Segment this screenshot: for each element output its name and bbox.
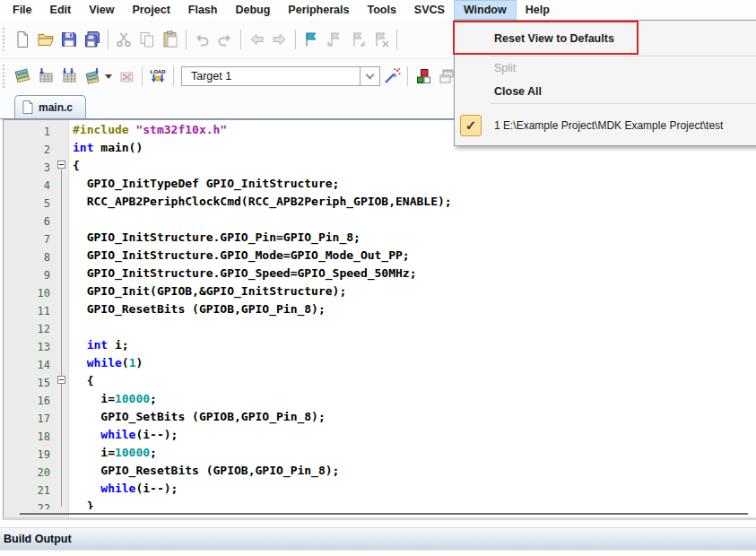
batch-build-button[interactable] — [81, 65, 104, 88]
code-text: } — [69, 500, 93, 509]
line-number: 8 — [4, 248, 50, 266]
load-button[interactable]: LOAD — [146, 65, 169, 88]
bookmark-next-button — [346, 28, 369, 51]
menu-flash[interactable]: Flash — [179, 0, 227, 20]
save-all-button[interactable] — [81, 28, 104, 51]
rebuild-button[interactable] — [57, 65, 81, 88]
line-number: 16 — [4, 392, 50, 410]
document-icon — [22, 100, 33, 114]
toolbar-separator — [142, 66, 143, 86]
bookmark-button[interactable] — [300, 28, 323, 51]
code-editor[interactable]: 1#include "stm32f10x.h"2int main()3{4 GP… — [3, 119, 756, 520]
redo-button — [213, 28, 237, 51]
code-text: GPIO_ResetBits (GPIOB,GPIO_Pin_8); — [69, 464, 339, 482]
bookmark-icon — [302, 30, 320, 48]
menu-edit[interactable]: Edit — [41, 0, 81, 20]
build-output-body — [0, 550, 756, 556]
cut-button — [112, 28, 135, 51]
tab-main-c[interactable]: main.c — [14, 95, 86, 118]
menu-window[interactable]: Window — [454, 0, 517, 20]
fold-marker-icon[interactable] — [57, 376, 65, 384]
code-line: 9 GPIO_InitStructure.GPIO_Speed=GPIO_Spe… — [4, 266, 756, 284]
code-line: 20 GPIO_ResetBits (GPIOB,GPIO_Pin_8); — [4, 464, 756, 482]
toolbar-grip[interactable] — [3, 28, 9, 51]
build-output-header[interactable]: Build Output — [0, 527, 756, 550]
line-number: 11 — [4, 302, 50, 320]
nav-forward-icon — [271, 30, 289, 48]
nav-forward-button — [268, 28, 291, 51]
code-line: 15 { — [4, 374, 756, 392]
line-number: 5 — [4, 195, 50, 213]
cut-icon — [115, 30, 133, 48]
code-text — [69, 320, 73, 338]
menu-peripherals[interactable]: Peripherals — [279, 0, 358, 20]
code-text: GPIO_InitTypeDef GPIO_InitStructure; — [69, 177, 339, 195]
toolbar-grip[interactable] — [3, 65, 9, 88]
menu-item-1-e-example-project-mdk-exampl[interactable]: ✓1 E:\Example Project\MDK Example Projec… — [455, 112, 756, 139]
code-line: 21 while(i--); — [4, 482, 756, 500]
menu-file[interactable]: File — [4, 0, 41, 20]
open-folder-button[interactable] — [34, 28, 57, 51]
menu-help[interactable]: Help — [517, 0, 559, 20]
code-line: 3{ — [4, 159, 756, 177]
menu-svcs[interactable]: SVCS — [405, 0, 454, 20]
menu-item-split: Split — [455, 56, 756, 80]
horizontal-scrollbar[interactable] — [20, 513, 748, 515]
check-icon: ✓ — [460, 115, 482, 136]
menu-item-label: Split — [494, 62, 516, 74]
line-number: 9 — [4, 266, 50, 284]
save-all-icon — [83, 30, 101, 48]
toolbar-separator — [108, 30, 109, 49]
translate-icon — [13, 67, 31, 85]
code-text: GPIO_InitStructure.GPIO_Speed=GPIO_Speed… — [69, 266, 417, 284]
code-text: #include "stm32f10x.h" — [69, 123, 227, 141]
line-number: 1 — [4, 123, 50, 141]
menu-tools[interactable]: Tools — [358, 0, 404, 20]
menu-project[interactable]: Project — [123, 0, 178, 20]
target-selector-value[interactable]: Target 1 — [181, 66, 361, 86]
code-text: int main() — [69, 141, 143, 159]
menu-debug[interactable]: Debug — [226, 0, 279, 20]
line-number: 10 — [4, 284, 50, 302]
target-selector-dropdown[interactable] — [361, 66, 380, 86]
code-text: { — [69, 159, 80, 177]
paste-button — [159, 28, 182, 51]
fold-marker-icon[interactable] — [57, 161, 65, 169]
chevron-down-icon[interactable] — [105, 74, 112, 79]
menu-item-close-all[interactable]: Close All — [455, 80, 756, 103]
code-line: 14 while(1) — [4, 356, 756, 374]
line-number: 20 — [4, 464, 50, 482]
flash-config-wand-button[interactable] — [380, 65, 404, 88]
build-button[interactable] — [34, 65, 57, 88]
code-text — [69, 213, 73, 230]
menu-item-label: Close All — [494, 85, 542, 98]
line-number: 6 — [4, 213, 50, 230]
new-file-button[interactable] — [11, 28, 34, 51]
code-line: 19 i=10000; — [4, 446, 756, 464]
menu-view[interactable]: View — [80, 0, 123, 20]
code-line: 18 while(i--); — [4, 428, 756, 446]
code-line: 13 int i; — [4, 338, 756, 356]
code-text: while(1) — [69, 356, 143, 374]
menu-separator — [491, 103, 756, 104]
target-selector[interactable]: Target 1 — [181, 66, 380, 86]
debug-session-icon — [414, 67, 432, 85]
line-number: 4 — [4, 177, 50, 195]
manage-layout-icon — [438, 67, 456, 85]
menu-item-reset-view-to-defaults[interactable]: Reset View to Defaults — [455, 21, 756, 56]
undo-button — [190, 28, 213, 51]
translate-button[interactable] — [11, 65, 34, 88]
debug-session-button[interactable] — [412, 65, 435, 88]
code-line: 10 GPIO_Init(GPIOB,&GPIO_InitStructure); — [4, 284, 756, 302]
toolbar-separator — [396, 30, 397, 49]
line-number: 21 — [4, 482, 50, 500]
fold-line — [61, 169, 62, 507]
window-dropdown-menu: Reset View to DefaultsSplitClose All✓1 E… — [454, 20, 756, 146]
paste-icon — [161, 30, 179, 48]
bookmark-clear-icon — [372, 30, 390, 48]
code-line: 8 GPIO_InitStructure.GPIO_Mode=GPIO_Mode… — [4, 248, 756, 266]
line-number: 14 — [4, 356, 50, 374]
code-text: RCC_APB2PeriphClockCmd(RCC_APB2Periph_GP… — [69, 195, 452, 213]
toolbar-separator — [173, 66, 174, 86]
save-button[interactable] — [57, 28, 81, 51]
